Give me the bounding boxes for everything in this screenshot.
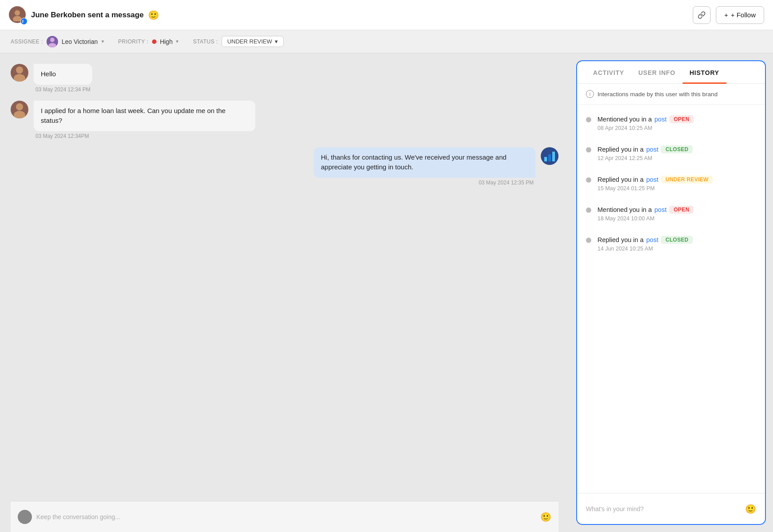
history-content: Mentioned you in a post OPEN 18 May 2024… bbox=[597, 206, 756, 222]
assignee-avatar bbox=[47, 36, 58, 47]
history-badge: OPEN bbox=[669, 206, 694, 214]
link-button[interactable] bbox=[693, 6, 711, 24]
history-item: Mentioned you in a post OPEN 08 Apr 2024… bbox=[577, 108, 765, 138]
history-action: Replied you in a bbox=[597, 236, 644, 243]
chat-footer-placeholder[interactable]: Keep the conversation going... bbox=[36, 513, 536, 520]
history-content: Mentioned you in a post OPEN 08 Apr 2024… bbox=[597, 115, 756, 131]
history-time: 12 Apr 2024 12:25 AM bbox=[597, 155, 756, 161]
assignee-chevron-icon[interactable]: ▾ bbox=[102, 39, 104, 44]
message-avatar bbox=[11, 101, 28, 118]
status-value: UNDER REVIEW bbox=[227, 38, 272, 45]
tabs-row: ACTIVITY USER INFO HISTORY bbox=[577, 61, 765, 84]
history-badge: UNDER REVIEW bbox=[661, 176, 713, 184]
tab-history[interactable]: HISTORY bbox=[683, 61, 726, 84]
history-text: Replied you in a post UNDER REVIEW bbox=[597, 176, 756, 184]
svg-rect-10 bbox=[548, 154, 551, 161]
header-title: June Berkoben sent a message bbox=[31, 11, 144, 20]
facebook-badge: f bbox=[20, 18, 27, 25]
history-content: Replied you in a post UNDER REVIEW 15 Ma… bbox=[597, 176, 756, 192]
follow-plus: + bbox=[724, 11, 728, 19]
header-left: f June Berkoben sent a message 🙂 bbox=[9, 6, 159, 24]
svg-point-8 bbox=[14, 111, 25, 118]
priority-dot bbox=[152, 39, 156, 44]
history-link[interactable]: post bbox=[646, 146, 658, 153]
follow-label: + Follow bbox=[731, 11, 756, 19]
message-time: 03 May 2024 12:34 PM bbox=[34, 86, 92, 93]
history-item: Replied you in a post CLOSED 12 Apr 2024… bbox=[577, 138, 765, 168]
message-time: 03 May 2024 12:35 PM bbox=[477, 180, 535, 186]
status-chevron-icon: ▾ bbox=[275, 38, 278, 45]
svg-point-6 bbox=[14, 74, 25, 82]
message-bubble: I applied for a home loan last week. Can… bbox=[34, 101, 255, 131]
history-link[interactable]: post bbox=[646, 176, 658, 183]
history-action: Mentioned you in a bbox=[597, 206, 652, 213]
svg-point-5 bbox=[16, 66, 23, 74]
message-row: I applied for a home loan last week. Can… bbox=[11, 101, 558, 139]
history-time: 15 May 2024 01:25 PM bbox=[597, 185, 756, 192]
history-time: 18 May 2024 10:00 AM bbox=[597, 215, 756, 222]
status-badge[interactable]: UNDER REVIEW ▾ bbox=[222, 36, 284, 47]
svg-point-3 bbox=[50, 38, 55, 42]
message-content: I applied for a home loan last week. Can… bbox=[34, 101, 255, 139]
priority-label: PRIORITY : bbox=[118, 39, 148, 45]
messages-container: Hello 03 May 2024 12:34 PM I applied for… bbox=[11, 64, 558, 501]
header-right: + + Follow bbox=[693, 6, 764, 24]
history-dot bbox=[586, 207, 591, 213]
history-time: 14 Jun 2024 10:25 AM bbox=[597, 246, 756, 252]
history-action: Replied you in a bbox=[597, 176, 644, 183]
chat-footer: Keep the conversation going... 🙂 bbox=[11, 501, 558, 532]
message-content-outgoing: Hi, thanks for contacting us. We've rece… bbox=[314, 147, 535, 186]
history-dot bbox=[586, 238, 591, 243]
history-action: Replied you in a bbox=[597, 146, 644, 153]
header-emoji: 🙂 bbox=[148, 10, 159, 20]
priority-chevron-icon[interactable]: ▾ bbox=[176, 39, 179, 44]
message-bubble-outgoing: Hi, thanks for contacting us. We've rece… bbox=[314, 147, 535, 178]
header-bar: f June Berkoben sent a message 🙂 + + Fol… bbox=[0, 0, 773, 30]
right-panel: ACTIVITY USER INFO HISTORY i Interaction… bbox=[569, 53, 773, 532]
assignee-name: Leo Victorian bbox=[62, 38, 98, 45]
tab-activity[interactable]: ACTIVITY bbox=[586, 61, 631, 84]
history-action: Mentioned you in a bbox=[597, 116, 652, 123]
svg-text:f: f bbox=[22, 20, 24, 23]
message-row-outgoing: Hi, thanks for contacting us. We've rece… bbox=[11, 147, 558, 186]
history-badge: OPEN bbox=[669, 115, 694, 123]
history-content: Replied you in a post CLOSED 14 Jun 2024… bbox=[597, 236, 756, 252]
history-link[interactable]: post bbox=[655, 206, 667, 213]
history-content: Replied you in a post CLOSED 12 Apr 2024… bbox=[597, 145, 756, 161]
svg-point-7 bbox=[16, 103, 23, 110]
assignee-item: ASSIGNEE : Leo Victorian ▾ bbox=[11, 36, 104, 47]
status-label: STATUS : bbox=[193, 39, 218, 45]
priority-value: High bbox=[160, 38, 173, 45]
message-bubble: Hello bbox=[34, 64, 92, 85]
svg-point-0 bbox=[15, 10, 20, 16]
history-text: Mentioned you in a post OPEN bbox=[597, 115, 756, 123]
history-item: Replied you in a post UNDER REVIEW 15 Ma… bbox=[577, 168, 765, 199]
message-time: 03 May 2024 12:34PM bbox=[34, 133, 255, 139]
chat-footer-avatar bbox=[18, 510, 32, 524]
main-content: Hello 03 May 2024 12:34 PM I applied for… bbox=[0, 53, 773, 532]
panel-footer-placeholder[interactable]: What's in your mind? bbox=[586, 505, 741, 512]
history-list: Mentioned you in a post OPEN 08 Apr 2024… bbox=[577, 105, 765, 493]
message-row: Hello 03 May 2024 12:34 PM bbox=[11, 64, 558, 93]
svg-point-4 bbox=[48, 43, 56, 47]
history-text: Mentioned you in a post OPEN bbox=[597, 206, 756, 214]
history-link[interactable]: post bbox=[646, 236, 658, 243]
history-item: Mentioned you in a post OPEN 18 May 2024… bbox=[577, 199, 765, 229]
sub-header: ASSIGNEE : Leo Victorian ▾ PRIORITY : Hi… bbox=[0, 30, 773, 53]
history-item: Replied you in a post CLOSED 14 Jun 2024… bbox=[577, 229, 765, 259]
tab-user-info[interactable]: USER INFO bbox=[631, 61, 682, 84]
message-text: Hi, thanks for contacting us. We've rece… bbox=[321, 153, 507, 171]
message-avatar bbox=[11, 64, 28, 82]
status-item: STATUS : UNDER REVIEW ▾ bbox=[193, 36, 283, 47]
chat-area: Hello 03 May 2024 12:34 PM I applied for… bbox=[0, 53, 569, 532]
follow-button[interactable]: + + Follow bbox=[716, 6, 764, 24]
history-link[interactable]: post bbox=[655, 116, 667, 123]
history-dot bbox=[586, 177, 591, 183]
chat-emoji-icon[interactable]: 🙂 bbox=[540, 512, 551, 522]
panel-footer: What's in your mind? 🙂 bbox=[577, 493, 765, 524]
history-badge: CLOSED bbox=[661, 145, 693, 153]
panel-footer-emoji-icon[interactable]: 🙂 bbox=[745, 504, 756, 514]
svg-rect-11 bbox=[552, 152, 555, 161]
agent-avatar bbox=[541, 147, 558, 165]
history-time: 08 Apr 2024 10:25 AM bbox=[597, 125, 756, 131]
